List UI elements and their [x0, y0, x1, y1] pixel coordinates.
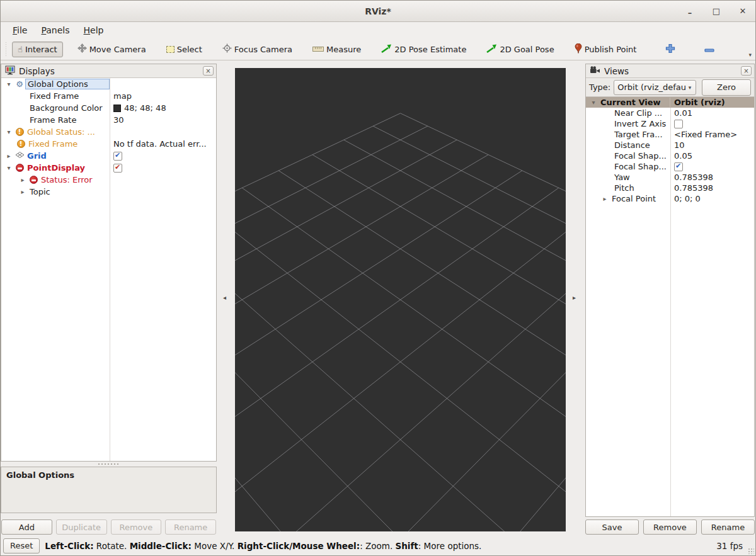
tool-select[interactable]: Select [161, 42, 208, 57]
save-view-button[interactable]: Save [585, 519, 639, 535]
invert-z-checkbox[interactable] [674, 120, 683, 128]
views-buttons-row: Save Remove Rename [585, 519, 755, 535]
toolbar-drag-handle[interactable] [4, 42, 8, 56]
tool-measure[interactable]: Measure [307, 42, 367, 57]
tree-row-fixed-frame-warning[interactable]: !Fixed Frame No tf data. Actual err... [1, 138, 216, 150]
rename-view-button[interactable]: Rename [701, 519, 755, 535]
main-area: Displays × ⚙Global Options Fixed Frame m… [1, 60, 755, 536]
expander-right-icon[interactable] [18, 188, 28, 195]
tree-row-yaw[interactable]: Yaw 0.785398 [586, 172, 754, 183]
row-value: No tf data. Actual err... [113, 139, 207, 149]
tree-row-target-frame[interactable]: Target Fra... <Fixed Frame> [586, 129, 754, 140]
menu-file[interactable]: File [7, 24, 33, 37]
expander-down-icon[interactable] [4, 81, 14, 88]
tool-move-camera[interactable]: Move Camera [72, 40, 152, 58]
close-button[interactable]: ✕ [738, 6, 748, 16]
type-label: Type: [589, 82, 610, 92]
maximize-button[interactable]: □ [711, 6, 721, 16]
minus-icon [704, 45, 714, 54]
expander-down-icon[interactable] [588, 99, 598, 106]
tree-row-topic[interactable]: Topic [1, 186, 216, 198]
expander-right-icon[interactable] [4, 152, 14, 159]
focus-target-icon [222, 43, 232, 55]
add-display-button[interactable]: Add [1, 519, 52, 535]
splitter-grip-dots [98, 463, 120, 465]
menu-help[interactable]: Help [78, 24, 110, 37]
green-arrow-icon [381, 44, 392, 55]
row-value: 30 [113, 115, 124, 125]
tree-row-focal-shape-fixed[interactable]: Focal Shap... [586, 161, 754, 172]
pointdisplay-enabled-checkbox[interactable] [113, 164, 122, 173]
toolbar-overflow-arrow-icon[interactable]: ▾ [748, 52, 752, 58]
tree-row-global-status[interactable]: !Global Status: ... [1, 126, 216, 138]
right-splitter[interactable]: ▸ [566, 60, 585, 536]
displays-panel-stack: Displays × ⚙Global Options Fixed Frame m… [1, 60, 217, 536]
menu-panels[interactable]: Panels [35, 24, 75, 37]
tree-row-distance[interactable]: Distance 10 [586, 140, 754, 150]
ruler-icon [312, 47, 324, 52]
row-value: 0.05 [674, 151, 692, 161]
tree-row-current-view[interactable]: Current View Orbit (rviz) [586, 97, 754, 108]
tree-row-frame-rate[interactable]: Frame Rate 30 [1, 114, 216, 126]
tree-row-invert-z[interactable]: Invert Z Axis [586, 118, 754, 129]
row-value: 0.785398 [674, 173, 713, 182]
row-value: 0.01 [674, 108, 692, 118]
statusbar: Reset Left-Click: Rotate. Middle-Click: … [1, 536, 755, 555]
zero-button[interactable]: Zero [702, 79, 751, 96]
ground-grid [235, 68, 566, 531]
focal-shape-checkbox[interactable] [674, 162, 683, 171]
expander-right-icon[interactable] [18, 176, 28, 183]
tree-row-pitch[interactable]: Pitch 0.785398 [586, 183, 754, 193]
rename-display-button[interactable]: Rename [165, 519, 216, 535]
rviz-window: RViz* – □ ✕ File Panels Help ☝ Interact … [0, 0, 756, 556]
remove-tool-button[interactable] [699, 42, 720, 57]
row-label: Pitch [612, 183, 636, 193]
remove-view-button[interactable]: Remove [643, 519, 697, 535]
collapse-right-arrow-icon[interactable]: ▸ [573, 294, 576, 301]
tree-row-pointdisplay[interactable]: PointDisplay [1, 162, 216, 174]
viewport-3d[interactable] [235, 68, 566, 531]
left-column: Displays × ⚙Global Options Fixed Frame m… [1, 60, 235, 536]
tree-row-fixed-frame[interactable]: Fixed Frame map [1, 90, 216, 102]
expander-down-icon[interactable] [4, 128, 14, 135]
row-value: <Fixed Frame> [674, 130, 737, 139]
collapse-left-arrow-icon[interactable]: ◂ [223, 294, 226, 301]
expander-right-icon[interactable] [600, 195, 610, 202]
tool-2d-goal-pose[interactable]: 2D Goal Pose [481, 41, 559, 58]
error-icon [16, 164, 24, 172]
tool-2d-pose-estimate[interactable]: 2D Pose Estimate [375, 41, 472, 58]
left-splitter[interactable]: ◂ [217, 60, 235, 536]
resize-grip[interactable] [748, 548, 754, 554]
tool-interact[interactable]: ☝ Interact [12, 42, 63, 57]
view-type-value: Orbit (rviz_defau [617, 82, 686, 92]
tree-row-near-clip[interactable]: Near Clip ... 0.01 [586, 108, 754, 118]
tree-row-background-color[interactable]: Background Color 48; 48; 48 [1, 102, 216, 114]
tool-publish-point[interactable]: Publish Point [569, 40, 643, 59]
minimize-button[interactable]: – [685, 8, 695, 18]
remove-display-button[interactable]: Remove [111, 519, 162, 535]
view-type-dropdown[interactable]: Orbit (rviz_defau ▾ [614, 80, 696, 95]
reset-button[interactable]: Reset [3, 538, 40, 553]
tree-row-grid[interactable]: Grid [1, 150, 216, 162]
row-label: Invert Z Axis [612, 119, 668, 128]
row-label: Focal Shap... [612, 162, 668, 171]
expander-down-icon[interactable] [4, 164, 14, 171]
tree-row-global-options[interactable]: ⚙Global Options [1, 78, 216, 90]
tree-row-status-error[interactable]: Status: Error [1, 174, 216, 186]
add-tool-button[interactable] [660, 40, 681, 59]
error-icon [30, 176, 38, 184]
row-label: Grid [25, 151, 49, 161]
tree-row-focal-point[interactable]: Focal Point 0; 0; 0 [586, 193, 754, 204]
horizontal-splitter[interactable] [1, 462, 217, 467]
duplicate-display-button[interactable]: Duplicate [56, 519, 107, 535]
displays-close-icon[interactable]: × [203, 66, 214, 76]
grid-enabled-checkbox[interactable] [113, 152, 122, 161]
tree-row-focal-shape-size[interactable]: Focal Shap... 0.05 [586, 150, 754, 161]
row-label: Near Clip ... [612, 108, 664, 118]
views-close-icon[interactable]: × [741, 66, 752, 76]
views-tree: Current View Orbit (rviz) Near Clip ... … [586, 97, 754, 516]
row-value: map [113, 91, 132, 101]
displays-monitor-icon [5, 65, 15, 77]
tool-focus-camera[interactable]: Focus Camera [217, 40, 298, 58]
row-label: Frame Rate [28, 115, 78, 125]
